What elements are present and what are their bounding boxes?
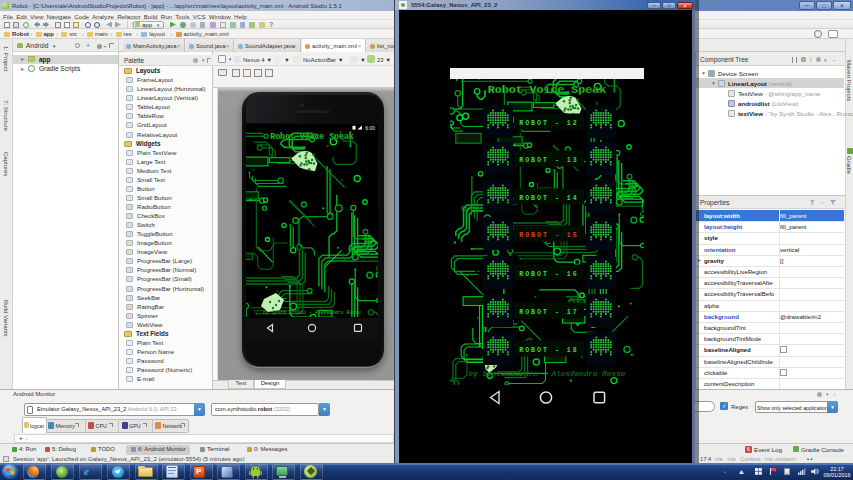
svg-text:by Synth Studio - Alessandro R: by Synth Studio - Alessandro Rosso bbox=[469, 370, 626, 378]
svg-text:ROBOT - 16: ROBOT - 16 bbox=[519, 271, 579, 278]
svg-text:6:00: 6:00 bbox=[365, 125, 375, 131]
svg-text:Robot Voice Speak: Robot Voice Speak bbox=[488, 83, 606, 96]
svg-text:by Synth Studio - Alessandro R: by Synth Studio - Alessandro Rosso bbox=[263, 310, 361, 315]
svg-text:Robot Voice Speak: Robot Voice Speak bbox=[270, 132, 354, 141]
svg-text:ROBOT - 12: ROBOT - 12 bbox=[519, 120, 579, 127]
svg-text:ROBOT - 14: ROBOT - 14 bbox=[519, 195, 579, 202]
svg-text:ROBOT - 18: ROBOT - 18 bbox=[519, 347, 579, 354]
svg-text:ROBOT - 17: ROBOT - 17 bbox=[519, 309, 579, 316]
svg-text:ROBOT - 15: ROBOT - 15 bbox=[519, 232, 579, 239]
svg-text:ROBOT - 13: ROBOT - 13 bbox=[519, 157, 579, 164]
